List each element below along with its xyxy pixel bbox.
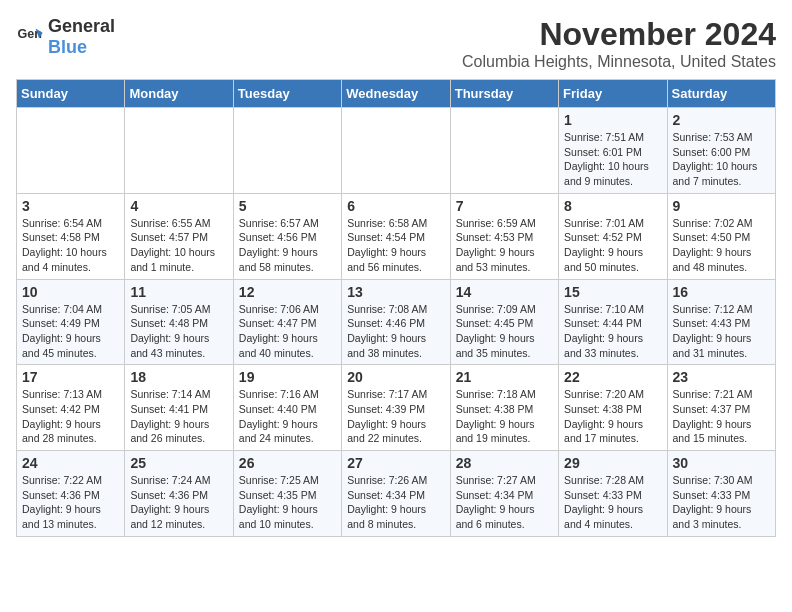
- calendar-cell: 3Sunrise: 6:54 AM Sunset: 4:58 PM Daylig…: [17, 193, 125, 279]
- calendar-cell: 8Sunrise: 7:01 AM Sunset: 4:52 PM Daylig…: [559, 193, 667, 279]
- calendar-week-row: 1Sunrise: 7:51 AM Sunset: 6:01 PM Daylig…: [17, 108, 776, 194]
- calendar-cell: 30Sunrise: 7:30 AM Sunset: 4:33 PM Dayli…: [667, 451, 775, 537]
- logo: Gen General Blue: [16, 16, 115, 58]
- day-info: Sunrise: 7:28 AM Sunset: 4:33 PM Dayligh…: [564, 473, 661, 532]
- day-info: Sunrise: 7:01 AM Sunset: 4:52 PM Dayligh…: [564, 216, 661, 275]
- day-number: 11: [130, 284, 227, 300]
- day-number: 18: [130, 369, 227, 385]
- day-number: 13: [347, 284, 444, 300]
- day-info: Sunrise: 7:13 AM Sunset: 4:42 PM Dayligh…: [22, 387, 119, 446]
- calendar-cell: 16Sunrise: 7:12 AM Sunset: 4:43 PM Dayli…: [667, 279, 775, 365]
- calendar-cell: 15Sunrise: 7:10 AM Sunset: 4:44 PM Dayli…: [559, 279, 667, 365]
- calendar-cell: 11Sunrise: 7:05 AM Sunset: 4:48 PM Dayli…: [125, 279, 233, 365]
- day-number: 5: [239, 198, 336, 214]
- day-number: 21: [456, 369, 553, 385]
- calendar-cell: 28Sunrise: 7:27 AM Sunset: 4:34 PM Dayli…: [450, 451, 558, 537]
- day-number: 26: [239, 455, 336, 471]
- calendar-header-friday: Friday: [559, 80, 667, 108]
- day-number: 28: [456, 455, 553, 471]
- calendar-header-sunday: Sunday: [17, 80, 125, 108]
- day-info: Sunrise: 7:25 AM Sunset: 4:35 PM Dayligh…: [239, 473, 336, 532]
- day-info: Sunrise: 7:10 AM Sunset: 4:44 PM Dayligh…: [564, 302, 661, 361]
- day-number: 15: [564, 284, 661, 300]
- calendar-week-row: 3Sunrise: 6:54 AM Sunset: 4:58 PM Daylig…: [17, 193, 776, 279]
- day-info: Sunrise: 7:27 AM Sunset: 4:34 PM Dayligh…: [456, 473, 553, 532]
- day-number: 17: [22, 369, 119, 385]
- day-number: 29: [564, 455, 661, 471]
- day-info: Sunrise: 7:51 AM Sunset: 6:01 PM Dayligh…: [564, 130, 661, 189]
- page-title: November 2024: [462, 16, 776, 53]
- day-info: Sunrise: 7:08 AM Sunset: 4:46 PM Dayligh…: [347, 302, 444, 361]
- calendar-cell: 5Sunrise: 6:57 AM Sunset: 4:56 PM Daylig…: [233, 193, 341, 279]
- day-info: Sunrise: 6:57 AM Sunset: 4:56 PM Dayligh…: [239, 216, 336, 275]
- calendar-cell: [450, 108, 558, 194]
- day-info: Sunrise: 7:09 AM Sunset: 4:45 PM Dayligh…: [456, 302, 553, 361]
- day-number: 24: [22, 455, 119, 471]
- calendar-week-row: 24Sunrise: 7:22 AM Sunset: 4:36 PM Dayli…: [17, 451, 776, 537]
- day-info: Sunrise: 7:04 AM Sunset: 4:49 PM Dayligh…: [22, 302, 119, 361]
- day-info: Sunrise: 7:05 AM Sunset: 4:48 PM Dayligh…: [130, 302, 227, 361]
- calendar-cell: [342, 108, 450, 194]
- day-number: 2: [673, 112, 770, 128]
- calendar-cell: 27Sunrise: 7:26 AM Sunset: 4:34 PM Dayli…: [342, 451, 450, 537]
- calendar-cell: 21Sunrise: 7:18 AM Sunset: 4:38 PM Dayli…: [450, 365, 558, 451]
- day-info: Sunrise: 7:21 AM Sunset: 4:37 PM Dayligh…: [673, 387, 770, 446]
- day-info: Sunrise: 6:59 AM Sunset: 4:53 PM Dayligh…: [456, 216, 553, 275]
- calendar-cell: 19Sunrise: 7:16 AM Sunset: 4:40 PM Dayli…: [233, 365, 341, 451]
- calendar-cell: 12Sunrise: 7:06 AM Sunset: 4:47 PM Dayli…: [233, 279, 341, 365]
- day-number: 1: [564, 112, 661, 128]
- day-info: Sunrise: 7:16 AM Sunset: 4:40 PM Dayligh…: [239, 387, 336, 446]
- day-number: 7: [456, 198, 553, 214]
- day-number: 4: [130, 198, 227, 214]
- calendar-table: SundayMondayTuesdayWednesdayThursdayFrid…: [16, 79, 776, 537]
- day-number: 10: [22, 284, 119, 300]
- day-info: Sunrise: 7:12 AM Sunset: 4:43 PM Dayligh…: [673, 302, 770, 361]
- calendar-cell: [125, 108, 233, 194]
- calendar-cell: 18Sunrise: 7:14 AM Sunset: 4:41 PM Dayli…: [125, 365, 233, 451]
- calendar-week-row: 10Sunrise: 7:04 AM Sunset: 4:49 PM Dayli…: [17, 279, 776, 365]
- calendar-cell: 23Sunrise: 7:21 AM Sunset: 4:37 PM Dayli…: [667, 365, 775, 451]
- logo-icon: Gen: [16, 23, 44, 51]
- calendar-cell: 7Sunrise: 6:59 AM Sunset: 4:53 PM Daylig…: [450, 193, 558, 279]
- day-number: 19: [239, 369, 336, 385]
- calendar-header-wednesday: Wednesday: [342, 80, 450, 108]
- day-number: 12: [239, 284, 336, 300]
- day-number: 27: [347, 455, 444, 471]
- calendar-cell: [233, 108, 341, 194]
- calendar-cell: 2Sunrise: 7:53 AM Sunset: 6:00 PM Daylig…: [667, 108, 775, 194]
- day-info: Sunrise: 7:02 AM Sunset: 4:50 PM Dayligh…: [673, 216, 770, 275]
- day-number: 16: [673, 284, 770, 300]
- calendar-cell: 24Sunrise: 7:22 AM Sunset: 4:36 PM Dayli…: [17, 451, 125, 537]
- day-info: Sunrise: 6:54 AM Sunset: 4:58 PM Dayligh…: [22, 216, 119, 275]
- day-number: 14: [456, 284, 553, 300]
- day-info: Sunrise: 7:06 AM Sunset: 4:47 PM Dayligh…: [239, 302, 336, 361]
- day-number: 25: [130, 455, 227, 471]
- calendar-cell: 4Sunrise: 6:55 AM Sunset: 4:57 PM Daylig…: [125, 193, 233, 279]
- calendar-header-row: SundayMondayTuesdayWednesdayThursdayFrid…: [17, 80, 776, 108]
- calendar-cell: 22Sunrise: 7:20 AM Sunset: 4:38 PM Dayli…: [559, 365, 667, 451]
- calendar-cell: 14Sunrise: 7:09 AM Sunset: 4:45 PM Dayli…: [450, 279, 558, 365]
- title-area: November 2024 Columbia Heights, Minnesot…: [462, 16, 776, 71]
- day-number: 9: [673, 198, 770, 214]
- calendar-cell: 17Sunrise: 7:13 AM Sunset: 4:42 PM Dayli…: [17, 365, 125, 451]
- day-info: Sunrise: 7:17 AM Sunset: 4:39 PM Dayligh…: [347, 387, 444, 446]
- day-number: 3: [22, 198, 119, 214]
- day-number: 30: [673, 455, 770, 471]
- page-subtitle: Columbia Heights, Minnesota, United Stat…: [462, 53, 776, 71]
- day-number: 20: [347, 369, 444, 385]
- day-info: Sunrise: 7:26 AM Sunset: 4:34 PM Dayligh…: [347, 473, 444, 532]
- logo-blue-text: Blue: [48, 37, 87, 57]
- day-info: Sunrise: 7:24 AM Sunset: 4:36 PM Dayligh…: [130, 473, 227, 532]
- day-number: 6: [347, 198, 444, 214]
- day-number: 23: [673, 369, 770, 385]
- calendar-header-saturday: Saturday: [667, 80, 775, 108]
- calendar-cell: [17, 108, 125, 194]
- calendar-week-row: 17Sunrise: 7:13 AM Sunset: 4:42 PM Dayli…: [17, 365, 776, 451]
- calendar-cell: 29Sunrise: 7:28 AM Sunset: 4:33 PM Dayli…: [559, 451, 667, 537]
- calendar-header-tuesday: Tuesday: [233, 80, 341, 108]
- calendar-cell: 25Sunrise: 7:24 AM Sunset: 4:36 PM Dayli…: [125, 451, 233, 537]
- calendar-cell: 20Sunrise: 7:17 AM Sunset: 4:39 PM Dayli…: [342, 365, 450, 451]
- day-info: Sunrise: 6:55 AM Sunset: 4:57 PM Dayligh…: [130, 216, 227, 275]
- calendar-cell: 1Sunrise: 7:51 AM Sunset: 6:01 PM Daylig…: [559, 108, 667, 194]
- calendar-cell: 10Sunrise: 7:04 AM Sunset: 4:49 PM Dayli…: [17, 279, 125, 365]
